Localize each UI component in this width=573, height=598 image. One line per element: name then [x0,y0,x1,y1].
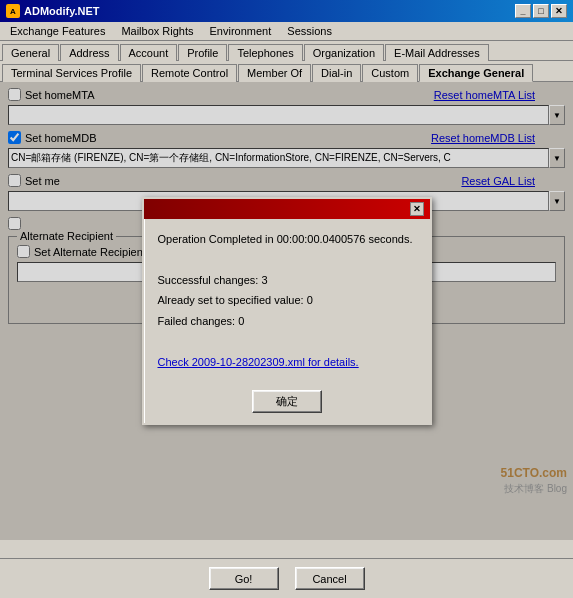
tab-organization[interactable]: Organization [304,44,384,61]
menu-environment[interactable]: Environment [202,23,280,39]
modal-body: Operation Completed in 00:00:00.0400576 … [144,219,430,387]
modal-message-line1: Operation Completed in 00:00:00.0400576 … [158,231,416,248]
modal-check: Check 2009-10-28202309.xml for details. [158,354,416,371]
tab-remote-control[interactable]: Remote Control [142,64,237,82]
modal-spacer2 [158,333,416,350]
maximize-button[interactable]: □ [533,4,549,18]
tab-profile[interactable]: Profile [178,44,227,61]
main-content: Set homeMTA Reset homeMTA List ▼ Set hom… [0,82,573,540]
tab-dial-in[interactable]: Dial-in [312,64,361,82]
window-controls[interactable]: _ □ ✕ [515,4,567,18]
menu-exchange-features[interactable]: Exchange Features [2,23,113,39]
tab-row-1: General Address Account Profile Telephon… [0,41,573,61]
tab-member-of[interactable]: Member Of [238,64,311,82]
tab-custom[interactable]: Custom [362,64,418,82]
tab-terminal-services[interactable]: Terminal Services Profile [2,64,141,82]
tab-exchange-general[interactable]: Exchange General [419,64,533,82]
modal-dialog: ✕ Operation Completed in 00:00:00.040057… [142,197,432,426]
modal-footer: 确定 [144,386,430,423]
go-button[interactable]: Go! [209,567,279,590]
modal-failed: Failed changes: 0 [158,313,416,330]
tab-account[interactable]: Account [120,44,178,61]
modal-overlay: ✕ Operation Completed in 00:00:00.040057… [0,82,573,540]
menu-sessions[interactable]: Sessions [279,23,340,39]
title-bar: A ADModify.NET _ □ ✕ [0,0,573,22]
modal-title-bar: ✕ [144,199,430,219]
modal-spacer1 [158,251,416,268]
modal-check-text: Check 2009-10-28202309.xml for details. [158,356,359,368]
close-button[interactable]: ✕ [551,4,567,18]
minimize-button[interactable]: _ [515,4,531,18]
tab-email-addresses[interactable]: E-Mail Addresses [385,44,489,61]
tab-telephones[interactable]: Telephones [228,44,302,61]
app-title: ADModify.NET [24,5,100,17]
modal-close-button[interactable]: ✕ [410,202,424,216]
cancel-button[interactable]: Cancel [295,567,365,590]
tab-general[interactable]: General [2,44,59,61]
modal-successful: Successful changes: 3 [158,272,416,289]
app-icon: A [6,4,20,18]
menu-bar: Exchange Features Mailbox Rights Environ… [0,22,573,41]
tab-row-2: Terminal Services Profile Remote Control… [0,61,573,82]
modal-ok-button[interactable]: 确定 [252,390,322,413]
bottom-bar: Go! Cancel [0,558,573,598]
modal-already: Already set to specified value: 0 [158,292,416,309]
menu-mailbox-rights[interactable]: Mailbox Rights [113,23,201,39]
tab-address[interactable]: Address [60,44,118,61]
